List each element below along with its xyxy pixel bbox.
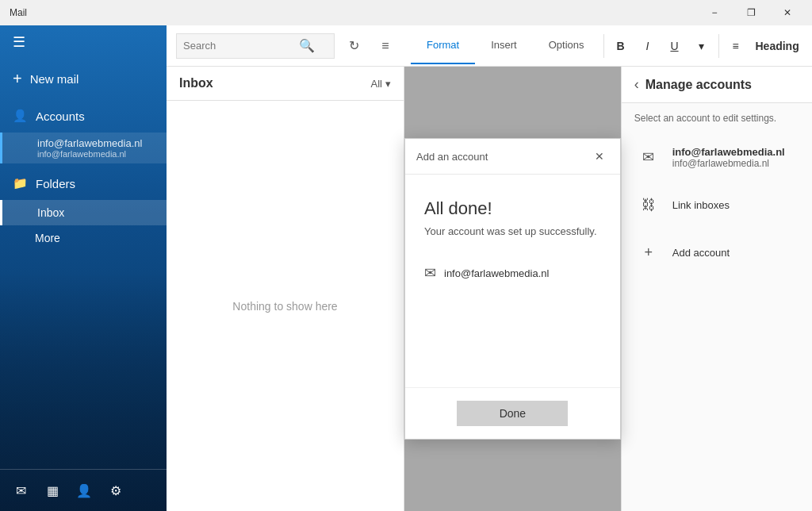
italic-button[interactable]: I xyxy=(635,33,661,59)
main-content: 🔍 ↻ ≡ Format Insert Options xyxy=(167,25,812,511)
tab-format[interactable]: Format xyxy=(411,28,475,64)
done-button[interactable]: Done xyxy=(457,401,568,426)
search-input[interactable] xyxy=(183,40,294,52)
modal-email: info@farlawebmedia.nl xyxy=(444,267,549,279)
bold-button[interactable]: B xyxy=(608,33,634,59)
right-panel-title: Manage accounts xyxy=(645,78,752,92)
modal-subtext: Your account was set up successfully. xyxy=(424,225,601,237)
add-account-label: Add account xyxy=(672,247,730,259)
inbox-label: Inbox xyxy=(37,206,64,219)
inbox-header: Inbox All ▾ xyxy=(167,67,404,101)
dropdown-button[interactable]: ▾ xyxy=(689,33,714,59)
sidebar-item-more[interactable]: More xyxy=(0,225,167,251)
compose-area: Add an account ✕ All done! Your account … xyxy=(404,67,621,511)
search-box: 🔍 xyxy=(176,33,335,59)
accounts-label: Accounts xyxy=(36,110,85,123)
sidebar-item-inbox[interactable]: Inbox xyxy=(0,200,167,225)
format-divider xyxy=(603,34,604,58)
filter-label: All xyxy=(371,78,382,90)
calendar-bottom-icon[interactable]: ▦ xyxy=(38,476,67,505)
close-button[interactable]: ✕ xyxy=(769,0,806,25)
folders-label: Folders xyxy=(36,177,75,190)
inbox-filter[interactable]: All ▾ xyxy=(371,78,391,90)
link-inboxes-label: Link inboxes xyxy=(672,199,730,211)
refresh-button[interactable]: ↻ xyxy=(341,33,366,59)
link-icon: ⛓ xyxy=(634,190,663,219)
account-email-secondary: info@farlawebmedia.nl xyxy=(37,149,154,159)
mail-bottom-icon[interactable]: ✉ xyxy=(6,476,35,505)
tab-options[interactable]: Options xyxy=(533,28,600,64)
hamburger-menu-button[interactable]: ☰ xyxy=(0,25,167,59)
add-icon: + xyxy=(634,238,663,267)
panel-account-email: info@farlawebmedia.nl xyxy=(672,158,785,169)
filter-button[interactable]: ≡ xyxy=(373,33,398,59)
format-tabs: Format Insert Options xyxy=(411,28,600,64)
underline-button[interactable]: U xyxy=(662,33,688,59)
modal-heading: All done! xyxy=(424,198,601,219)
inbox-list: Inbox All ▾ Nothing to show here xyxy=(167,67,404,511)
people-bottom-icon[interactable]: 👤 xyxy=(70,476,98,505)
minimize-button[interactable]: − xyxy=(696,0,733,25)
panel-mail-icon: ✉ xyxy=(634,143,663,171)
mail-icon: ✉ xyxy=(424,264,436,282)
sidebar: ☰ + New mail 👤 Accounts info@farlawebmed… xyxy=(0,25,167,511)
back-button[interactable]: ‹ xyxy=(634,76,639,93)
heading-button[interactable]: Heading xyxy=(749,40,806,52)
accounts-person-icon: 👤 xyxy=(13,109,28,123)
app-title: Mail xyxy=(6,7,27,18)
modal-close-button[interactable]: ✕ xyxy=(590,147,609,166)
sidebar-content: ☰ + New mail 👤 Accounts info@farlawebmed… xyxy=(0,25,167,511)
right-panel-subtitle: Select an account to edit settings. xyxy=(622,103,812,133)
filter-chevron-icon: ▾ xyxy=(385,78,391,90)
panel-account-name: info@farlawebmedia.nl xyxy=(672,146,785,158)
modal-titlebar: Add an account ✕ xyxy=(405,139,620,175)
sidebar-bottom: ✉ ▦ 👤 ⚙ xyxy=(0,469,167,511)
toolbar: 🔍 ↻ ≡ Format Insert Options xyxy=(167,25,812,67)
more-label: More xyxy=(35,232,60,244)
modal-overlay: Add an account ✕ All done! Your account … xyxy=(404,67,621,511)
inbox-empty-state: Nothing to show here xyxy=(167,101,404,511)
format-bar: Format Insert Options B I U ▾ ≡ Heading xyxy=(411,28,806,64)
settings-bottom-icon[interactable]: ⚙ xyxy=(102,476,130,505)
modal-title: Add an account xyxy=(416,151,488,163)
restore-button[interactable]: ❐ xyxy=(733,0,769,25)
modal-footer: Done xyxy=(405,387,620,439)
add-account-button[interactable]: + Add account xyxy=(622,229,812,276)
modal-account-row: ✉ info@farlawebmedia.nl xyxy=(424,256,601,290)
tab-insert[interactable]: Insert xyxy=(475,28,533,64)
accounts-section[interactable]: 👤 Accounts xyxy=(0,99,167,133)
titlebar: Mail − ❐ ✕ xyxy=(0,0,812,25)
app-body: ☰ + New mail 👤 Accounts info@farlawebmed… xyxy=(0,25,812,511)
panel-account-item[interactable]: ✉ info@farlawebmedia.nl info@farlawebmed… xyxy=(622,133,812,181)
inbox-area: Inbox All ▾ Nothing to show here xyxy=(167,67,812,511)
account-name: info@farlawebmedia.nl xyxy=(37,137,154,149)
folders-icon: 📁 xyxy=(13,176,28,190)
link-inboxes-button[interactable]: ⛓ Link inboxes xyxy=(622,181,812,229)
format-divider-2 xyxy=(718,34,719,58)
right-panel: ‹ Manage accounts Select an account to e… xyxy=(621,67,812,511)
account-item[interactable]: info@farlawebmedia.nl info@farlawebmedia… xyxy=(0,133,167,163)
folders-section[interactable]: 📁 Folders xyxy=(0,167,167,200)
search-icon: 🔍 xyxy=(299,38,315,53)
new-mail-label: New mail xyxy=(30,72,79,86)
plus-icon: + xyxy=(13,70,22,88)
panel-account-info: info@farlawebmedia.nl info@farlawebmedia… xyxy=(672,146,785,169)
add-account-modal: Add an account ✕ All done! Your account … xyxy=(404,138,621,440)
new-mail-button[interactable]: + New mail xyxy=(0,59,167,99)
align-button[interactable]: ≡ xyxy=(723,33,749,59)
window-controls: − ❐ ✕ xyxy=(696,0,806,25)
modal-body: All done! Your account was set up succes… xyxy=(405,175,620,387)
inbox-title: Inbox xyxy=(179,76,213,90)
right-panel-header: ‹ Manage accounts xyxy=(622,67,812,103)
